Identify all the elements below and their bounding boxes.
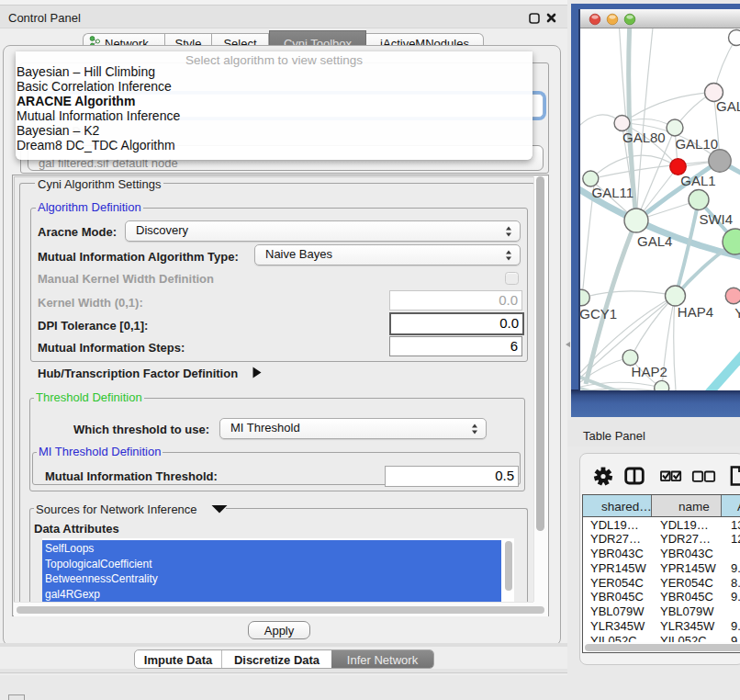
svg-text:HAP2: HAP2	[632, 364, 667, 379]
svg-text:GAL11: GAL11	[592, 185, 634, 200]
svg-text:GAL4: GAL4	[637, 233, 672, 249]
svg-text:GAL1: GAL1	[680, 173, 715, 188]
svg-text:GCY1: GCY1	[580, 306, 617, 322]
svg-text:GAL10: GAL10	[675, 136, 718, 152]
svg-text:Y: Y	[734, 305, 740, 321]
svg-text:SWI4: SWI4	[699, 211, 733, 227]
svg-text:GAL2: GAL2	[716, 98, 740, 114]
svg-text:GAL80: GAL80	[622, 130, 666, 145]
svg-text:HAP4: HAP4	[678, 304, 713, 320]
